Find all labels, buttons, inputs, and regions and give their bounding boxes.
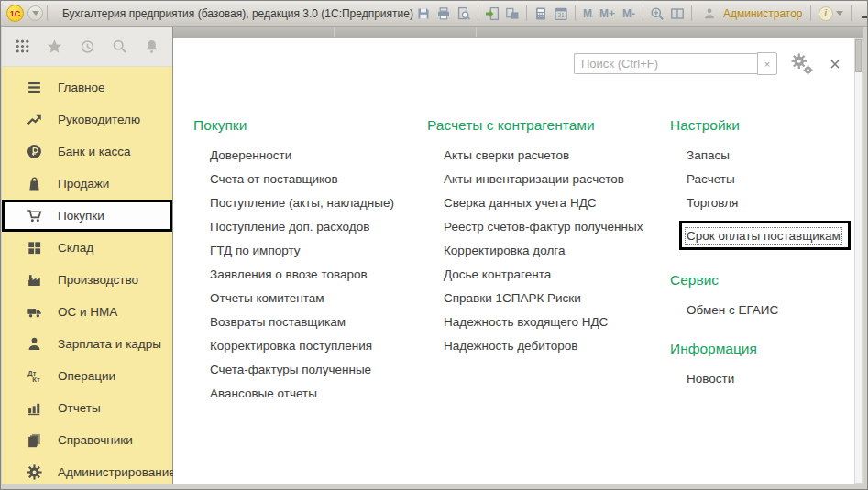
- search-icon[interactable]: [112, 38, 127, 54]
- menu-link[interactable]: Корректировка долга: [444, 245, 670, 257]
- title-bar: 1С Бухгалтерия предприятия (базовая), ре…: [1, 1, 867, 27]
- system-menu-button[interactable]: [27, 5, 43, 21]
- save-icon[interactable]: [414, 5, 433, 23]
- calculator-icon[interactable]: [532, 5, 550, 23]
- menu-link-selected[interactable]: Срок оплаты поставщикам: [679, 221, 851, 250]
- section-header: Сервис: [670, 272, 851, 289]
- favorites-star-icon[interactable]: [47, 38, 62, 54]
- chevron-down-icon: [32, 11, 39, 16]
- tab-strip: [173, 27, 863, 38]
- print-icon[interactable]: [434, 5, 453, 23]
- barchart-icon: [25, 400, 43, 416]
- column-pokupki: Покупки Доверенности Счета от поставщико…: [193, 117, 427, 411]
- current-user[interactable]: Администратор: [699, 5, 803, 23]
- sidebar-item-spravochniki[interactable]: Справочники: [2, 424, 172, 456]
- menu-link[interactable]: Корректировка поступления: [210, 340, 427, 353]
- menu-link[interactable]: Досье контрагента: [444, 268, 670, 281]
- menu-link[interactable]: Реестр счетов-фактур полученных: [444, 221, 670, 234]
- search-input[interactable]: [574, 53, 757, 74]
- paste-document-icon[interactable]: [483, 5, 501, 23]
- divider: [575, 5, 576, 21]
- sidebar-item-label: Производство: [58, 273, 138, 287]
- sidebar-item-label: Зарплата и кадры: [58, 337, 161, 351]
- sidebar-item-otchety[interactable]: Отчеты: [2, 392, 172, 424]
- sidebar-item-prodazhi[interactable]: Продажи: [2, 168, 172, 200]
- menu-link[interactable]: ГТД по импорту: [210, 245, 427, 257]
- search-clear-button[interactable]: ×: [757, 52, 777, 75]
- notifications-bell-icon[interactable]: [144, 38, 159, 54]
- functions-panel: × Покупки Доверенности Счета от поставщи…: [173, 38, 863, 484]
- history-icon[interactable]: [80, 38, 95, 54]
- calendar-icon[interactable]: 31: [552, 5, 570, 23]
- divider: [476, 27, 477, 37]
- sidebar-toolbar: [2, 27, 172, 67]
- menu-link[interactable]: Счета-фактуры полученные: [210, 364, 427, 376]
- cart-icon: [25, 208, 43, 223]
- zoom-icon[interactable]: [648, 5, 666, 23]
- menu-link[interactable]: Поступление (акты, накладные): [210, 197, 427, 210]
- books-icon: [25, 432, 43, 448]
- sidebar-item-rukovoditelyu[interactable]: Руководителю: [2, 103, 172, 136]
- section-header: Информация: [670, 341, 851, 357]
- menu-link[interactable]: Отчеты комитентам: [210, 292, 427, 305]
- minimize-icon: [862, 16, 868, 18]
- sidebar-item-sklad[interactable]: Склад: [2, 232, 172, 264]
- menu-link[interactable]: Запасы: [687, 149, 851, 162]
- divider: [47, 5, 48, 21]
- sidebar-item-label: ОС и НМА: [58, 305, 117, 319]
- user-icon: [700, 5, 719, 23]
- sidebar-item-label: Отчеты: [58, 401, 101, 415]
- info-menu-button[interactable]: i: [819, 6, 843, 21]
- menu-link[interactable]: Надежность входящего НДС: [444, 316, 670, 329]
- menu-link[interactable]: Авансовые отчеты: [210, 387, 427, 400]
- sidebar-item-label: Операции: [58, 369, 115, 383]
- sidebar-item-pokupki[interactable]: Покупки: [2, 200, 172, 232]
- scrollbar-thumb[interactable]: [855, 39, 862, 72]
- sidebar-item-label: Покупки: [58, 209, 104, 223]
- section-header: Покупки: [193, 117, 427, 134]
- section-header: Расчеты с контрагентами: [427, 117, 670, 134]
- menu-link[interactable]: Возвраты поставщикам: [210, 316, 427, 329]
- minimize-button[interactable]: [855, 5, 868, 23]
- sidebar-item-bank-i-kassa[interactable]: Банк и касса: [2, 136, 172, 168]
- menu-link[interactable]: Справки 1СПАРК Риски: [444, 292, 670, 305]
- section-sidebar: Главное Руководителю Банк и касса Продаж…: [2, 27, 173, 484]
- svg-text:31: 31: [557, 12, 565, 18]
- memory-subtract-button[interactable]: M-: [619, 7, 639, 20]
- panel-close-icon[interactable]: [829, 58, 841, 71]
- memory-recall-button[interactable]: M: [579, 7, 596, 20]
- sidebar-item-label: Склад: [58, 241, 93, 255]
- menu-link[interactable]: Счета от поставщиков: [210, 173, 427, 186]
- divider: [810, 5, 811, 21]
- print-preview-icon[interactable]: [455, 5, 473, 23]
- sidebar-item-operacii[interactable]: ДтКт Операции: [2, 360, 172, 392]
- sidebar-item-zarplata-i-kadry[interactable]: Зарплата и кадры: [2, 328, 172, 360]
- apps-grid-icon[interactable]: [15, 38, 30, 54]
- menu-link[interactable]: Торговля: [687, 197, 851, 210]
- sidebar-item-administrirovanie[interactable]: Администрирование: [2, 456, 172, 488]
- menu-link[interactable]: Расчеты: [687, 173, 851, 186]
- print-document-icon[interactable]: [503, 5, 522, 23]
- menu-link[interactable]: Доверенности: [210, 149, 427, 162]
- section-nav: Главное Руководителю Банк и касса Продаж…: [2, 67, 172, 488]
- split-window-icon[interactable]: [668, 5, 687, 23]
- menu-link[interactable]: Новости: [687, 373, 851, 386]
- menu-link[interactable]: Акты инвентаризации расчетов: [444, 173, 670, 186]
- memory-add-button[interactable]: M+: [596, 7, 619, 20]
- sidebar-item-glavnoe[interactable]: Главное: [2, 71, 172, 103]
- menu-link[interactable]: Акты сверки расчетов: [444, 149, 670, 162]
- person-icon: [25, 336, 43, 352]
- menu-link[interactable]: Заявления о ввозе товаров: [210, 268, 427, 281]
- sidebar-item-proizvodstvo[interactable]: Производство: [2, 264, 172, 296]
- window-title: Бухгалтерия предприятия (базовая), редак…: [62, 7, 413, 20]
- sidebar-item-os-i-nma[interactable]: ОС и НМА: [2, 296, 172, 328]
- menu-link[interactable]: Сверка данных учета НДС: [444, 197, 670, 210]
- search-area: ×: [574, 52, 841, 75]
- divider: [526, 5, 527, 21]
- menu-link[interactable]: Надежность дебиторов: [444, 340, 670, 353]
- menu-link[interactable]: Обмен с ЕГАИС: [687, 304, 851, 317]
- vertical-scrollbar[interactable]: [854, 38, 863, 484]
- ruble-icon: [25, 144, 43, 159]
- settings-gears-icon[interactable]: [791, 53, 813, 75]
- menu-link[interactable]: Поступление доп. расходов: [210, 221, 427, 234]
